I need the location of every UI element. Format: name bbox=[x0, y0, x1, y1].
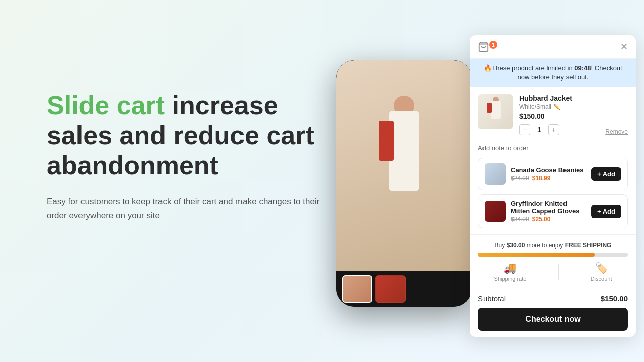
upsell-section: Canada Goose Beanies $24.00 $18.99 + Add… bbox=[470, 158, 636, 234]
urgency-text-before: 🔥These product are limited in bbox=[484, 64, 574, 72]
upsell-name-2: Gryffindor Knitted Mitten Capped Gloves bbox=[511, 200, 586, 215]
edit-variant-icon[interactable]: ✏️ bbox=[553, 104, 560, 110]
shipping-options: 🚚 Shipping rate 🏷️ Discount bbox=[478, 262, 628, 282]
phone-mockup bbox=[336, 60, 472, 307]
upsell-image-2 bbox=[485, 201, 506, 222]
remove-button[interactable]: Remove bbox=[605, 128, 628, 135]
thumbnail-2[interactable] bbox=[375, 275, 406, 303]
subtitle: Easy for customers to keep track of thei… bbox=[47, 195, 329, 222]
shipping-progress-text: Buy $30.00 more to enjoy FREE SHIPPING bbox=[478, 242, 628, 249]
shipping-rate-option: 🚚 Shipping rate bbox=[494, 262, 527, 282]
discount-option: 🏷️ Discount bbox=[591, 262, 612, 282]
qty-decrease-button[interactable]: − bbox=[519, 124, 530, 135]
headline-green: Slide cart bbox=[47, 90, 165, 120]
cart-header: 1 ✕ bbox=[470, 35, 636, 59]
cart-icon-area: 1 bbox=[478, 41, 497, 52]
upsell-sale-price-2: $25.00 bbox=[532, 216, 551, 223]
item-price: $150.00 bbox=[519, 112, 628, 120]
free-shipping-label: FREE SHIPPING bbox=[565, 242, 612, 249]
upsell-prices-1: $24.00 $18.99 bbox=[511, 175, 586, 182]
upsell-info-2: Gryffindor Knitted Mitten Capped Gloves … bbox=[511, 200, 586, 223]
item-name: Hubbard Jacket bbox=[519, 94, 628, 102]
upsell-original-price-2: $34.00 bbox=[511, 216, 529, 223]
close-button[interactable]: ✕ bbox=[620, 42, 628, 51]
upsell-item-2: Gryffindor Knitted Mitten Capped Gloves … bbox=[478, 194, 628, 228]
progress-bar-bg bbox=[478, 253, 628, 257]
upsell-info-1: Canada Goose Beanies $24.00 $18.99 bbox=[511, 166, 586, 182]
quantity-controls: − 1 + bbox=[519, 124, 559, 135]
cart-badge: 1 bbox=[489, 41, 497, 49]
upsell-prices-2: $34.00 $25.00 bbox=[511, 216, 586, 223]
item-image bbox=[478, 94, 513, 129]
cart-items-section: Hubbard Jacket White/Small ✏️ $150.00 − … bbox=[470, 87, 636, 142]
checkout-button[interactable]: Checkout now bbox=[478, 308, 628, 331]
countdown-timer: 09:48 bbox=[574, 64, 591, 72]
qty-value: 1 bbox=[535, 126, 543, 134]
item-details: Hubbard Jacket White/Small ✏️ $150.00 − … bbox=[519, 94, 628, 135]
upsell-name-1: Canada Goose Beanies bbox=[511, 166, 586, 174]
headline: Slide cart increase sales and reduce car… bbox=[47, 90, 329, 180]
subtotal-row: Subtotal $150.00 bbox=[478, 294, 628, 303]
upsell-add-button-2[interactable]: + Add bbox=[591, 205, 621, 218]
shipping-truck-icon: 🚚 bbox=[504, 262, 516, 274]
upsell-item-1: Canada Goose Beanies $24.00 $18.99 + Add bbox=[478, 158, 628, 190]
thumbnail-1[interactable] bbox=[342, 275, 372, 303]
discount-label: Discount bbox=[591, 276, 612, 282]
subtotal-amount: $150.00 bbox=[601, 294, 628, 303]
item-variant: White/Small ✏️ bbox=[519, 103, 628, 110]
add-note-link[interactable]: Add note to order bbox=[470, 142, 636, 158]
cart-panel: 1 ✕ 🔥These product are limited in 09:48!… bbox=[470, 35, 636, 337]
shipping-rate-label: Shipping rate bbox=[494, 276, 527, 282]
upsell-sale-price-1: $18.99 bbox=[532, 175, 551, 182]
cart-item: Hubbard Jacket White/Small ✏️ $150.00 − … bbox=[478, 94, 628, 135]
subtotal-label: Subtotal bbox=[478, 294, 506, 303]
hero-section: Slide cart increase sales and reduce car… bbox=[47, 90, 329, 222]
shipping-amount: $30.00 bbox=[507, 242, 525, 249]
upsell-original-price-1: $24.00 bbox=[511, 175, 529, 182]
shipping-bar-section: Buy $30.00 more to enjoy FREE SHIPPING 🚚… bbox=[470, 234, 636, 288]
shipping-divider bbox=[558, 264, 559, 280]
upsell-add-button-1[interactable]: + Add bbox=[591, 167, 621, 181]
progress-bar-fill bbox=[478, 253, 595, 257]
qty-increase-button[interactable]: + bbox=[548, 124, 559, 135]
cart-icon bbox=[478, 41, 489, 52]
discount-icon: 🏷️ bbox=[595, 262, 608, 274]
urgency-banner: 🔥These product are limited in 09:48! Che… bbox=[470, 59, 636, 87]
upsell-image-1 bbox=[485, 163, 506, 185]
cart-footer: Subtotal $150.00 Checkout now bbox=[470, 288, 636, 337]
